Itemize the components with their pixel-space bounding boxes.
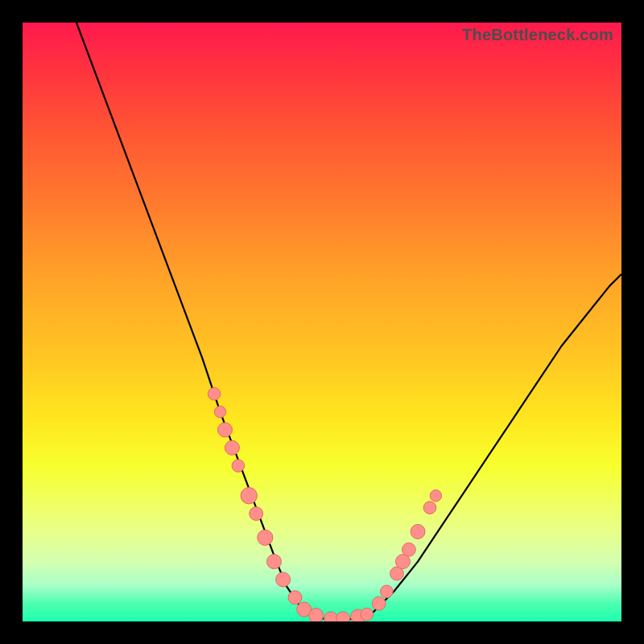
svg-point-3 bbox=[225, 440, 239, 455]
plot-area: TheBottleneck.com bbox=[23, 23, 621, 621]
svg-point-18 bbox=[381, 585, 394, 598]
svg-point-14 bbox=[336, 612, 350, 621]
svg-point-10 bbox=[288, 591, 302, 605]
svg-point-0 bbox=[208, 387, 221, 400]
scatter-markers bbox=[208, 387, 441, 621]
svg-point-6 bbox=[250, 507, 263, 521]
svg-point-21 bbox=[402, 543, 415, 556]
svg-point-23 bbox=[423, 502, 436, 514]
curve-line bbox=[76, 23, 621, 620]
svg-point-13 bbox=[324, 612, 338, 621]
svg-point-22 bbox=[411, 524, 425, 539]
svg-point-2 bbox=[217, 423, 232, 437]
svg-point-9 bbox=[276, 572, 291, 587]
chart-frame: TheBottleneck.com bbox=[0, 0, 644, 644]
svg-point-5 bbox=[241, 488, 257, 504]
svg-point-17 bbox=[372, 597, 386, 610]
svg-point-4 bbox=[232, 460, 245, 473]
chart-svg bbox=[23, 23, 621, 621]
svg-point-1 bbox=[214, 406, 225, 417]
svg-point-24 bbox=[430, 490, 441, 502]
svg-point-12 bbox=[309, 609, 324, 621]
svg-point-8 bbox=[266, 555, 281, 569]
svg-point-7 bbox=[258, 530, 273, 545]
svg-point-16 bbox=[361, 608, 374, 621]
